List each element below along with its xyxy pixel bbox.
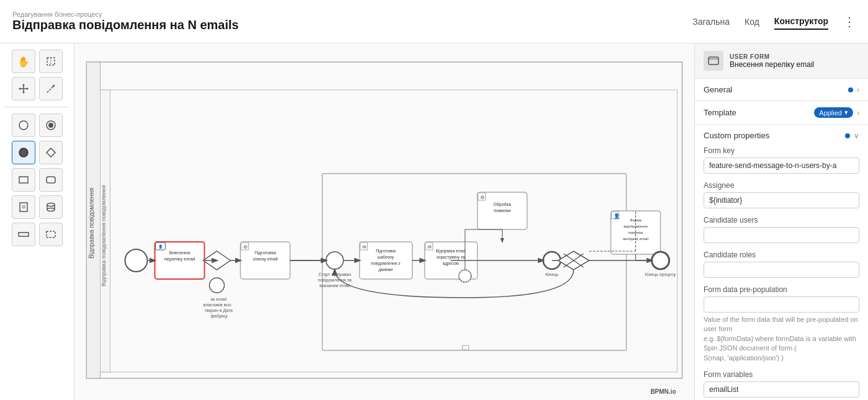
circle-tool[interactable] (12, 113, 35, 137)
rect-tool[interactable] (12, 168, 35, 192)
panel-section-general[interactable]: General › (695, 79, 868, 101)
panel-element-name: Внесення переліку email (730, 60, 814, 69)
form-data-prepop-group: Form data pre-population Value of the fo… (704, 285, 859, 363)
toolbar-row-1: ✋ (5, 50, 69, 73)
form-key-group: Form key (704, 146, 859, 174)
svg-point-54 (326, 252, 344, 269)
form-key-label: Form key (704, 146, 859, 155)
assignee-input[interactable] (704, 192, 859, 208)
db-tool[interactable] (39, 195, 63, 219)
svg-text:👤: 👤 (614, 213, 620, 219)
svg-text:адресою: адресою (442, 261, 459, 266)
applied-badge-arrow: ▾ (844, 109, 848, 117)
svg-marker-7 (27, 87, 29, 90)
header-subtitle: Редагування бізнес-процесу (12, 11, 239, 18)
rounded-rect-tool[interactable] (39, 168, 63, 192)
move-tool[interactable] (12, 77, 35, 100)
panel-icon (704, 51, 723, 71)
svg-point-12 (48, 123, 53, 128)
svg-text:даними: даними (378, 267, 393, 272)
general-label: General (704, 85, 732, 94)
template-chevron: › (857, 109, 859, 117)
general-chevron: › (857, 86, 859, 94)
lasso-tool[interactable] (39, 50, 63, 73)
form-variables-input[interactable] (704, 381, 859, 398)
more-menu-button[interactable]: ⋮ (843, 14, 856, 29)
toolbar-row-6 (5, 195, 69, 219)
custom-props-header[interactable]: Custom properties ∨ (704, 125, 859, 146)
svg-text:⚙: ⚙ (243, 244, 248, 250)
hand-tool[interactable]: ✋ (12, 50, 35, 73)
panel-section-template[interactable]: Template Applied ▾ › (695, 101, 868, 125)
svg-rect-33 (463, 345, 469, 350)
svg-text:тварин в Дата: тварин в Дата (205, 308, 233, 313)
svg-point-20 (47, 203, 55, 207)
header-nav: Загальна Код Конструктор ⋮ (692, 14, 856, 30)
svg-text:⚙: ⚙ (480, 195, 485, 200)
form-data-prepop-input[interactable] (704, 296, 859, 313)
candidate-roles-label: Candidate roles (704, 251, 859, 259)
form-variables-group: Form variables Form variables that will … (704, 370, 859, 400)
svg-text:вказаним email: вказаним email (320, 283, 351, 288)
svg-text:Відправка повідомлення: Відправка повідомлення (88, 188, 95, 259)
custom-props-chevron: ∨ (854, 131, 859, 140)
toolbar-row-3 (5, 113, 69, 137)
diamond-tool[interactable] (39, 141, 63, 164)
panel-header-text: USER FORM Внесення переліку email (730, 53, 814, 69)
svg-point-82 (459, 270, 472, 282)
form-key-input[interactable] (704, 158, 859, 174)
canvas[interactable]: Відправка повідомлення Відправка повідом… (74, 43, 694, 400)
wide-rect-tool[interactable] (12, 223, 35, 246)
form-variables-label: Form variables (704, 370, 859, 379)
svg-point-95 (652, 252, 669, 269)
svg-rect-26 (87, 62, 682, 378)
svg-rect-29 (101, 90, 678, 372)
header-left: Редагування бізнес-процесу Відправка пов… (12, 11, 239, 32)
svg-point-23 (47, 208, 55, 211)
svg-text:шаблону: шаблону (377, 255, 394, 260)
assignee-group: Assignee (704, 181, 859, 208)
custom-props-label: Custom properties (704, 131, 769, 140)
assignee-label: Assignee (704, 181, 859, 190)
svg-rect-24 (19, 233, 29, 236)
template-right: Applied ▾ › (814, 107, 859, 118)
svg-text:власників всіх: власників всіх (204, 303, 232, 307)
nav-code[interactable]: Код (745, 14, 759, 29)
svg-rect-15 (19, 177, 28, 183)
toolbar-divider-1 (5, 107, 69, 107)
toolbar-row-4 (5, 141, 69, 164)
toolbar-row-5 (5, 168, 69, 192)
custom-props-dot (845, 133, 850, 138)
svg-point-10 (19, 121, 28, 130)
svg-text:✉: ✉ (427, 244, 432, 250)
svg-text:BPMN.io: BPMN.io (650, 388, 676, 395)
candidate-roles-input[interactable] (704, 262, 859, 278)
filled-circle-tool[interactable] (39, 113, 63, 137)
svg-text:Кінець: Кінець (545, 272, 558, 277)
svg-text:списку email: списку email (253, 257, 277, 262)
header: Редагування бізнес-процесу Відправка пов… (0, 0, 868, 43)
svg-text:👤: 👤 (158, 244, 163, 249)
candidate-users-input[interactable] (704, 227, 859, 243)
nav-general[interactable]: Загальна (692, 14, 730, 29)
filled-small-circle-tool[interactable] (12, 141, 35, 164)
svg-text:помилки: помилки (494, 208, 511, 213)
side-panel: USER FORM Внесення переліку email Genera… (694, 43, 868, 400)
svg-rect-16 (47, 177, 55, 183)
custom-properties-section: Custom properties ∨ Form key Assignee Ca… (695, 125, 868, 400)
panel-header: USER FORM Внесення переліку email (695, 43, 868, 79)
svg-point-13 (19, 148, 28, 157)
svg-marker-6 (19, 87, 20, 90)
dotted-rect-tool[interactable] (39, 223, 63, 246)
connect-tool[interactable] (39, 77, 63, 100)
svg-text:як email: як email (211, 297, 227, 301)
nav-constructor[interactable]: Конструктор (774, 14, 828, 30)
svg-rect-107 (709, 57, 718, 64)
svg-text:повідомлення з: повідомлення з (371, 261, 400, 266)
doc-tool[interactable] (12, 195, 35, 219)
toolbar: ✋ (0, 43, 74, 400)
toolbar-row-7 (5, 223, 69, 246)
svg-text:фабриці: фабриці (211, 314, 228, 319)
svg-text:Підготовка: Підготовка (375, 249, 396, 254)
svg-text:переліку email: переліку email (164, 256, 195, 262)
